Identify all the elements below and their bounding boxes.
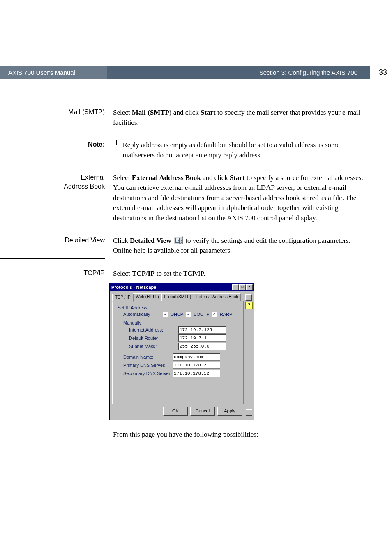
- maximize-button[interactable]: □: [239, 284, 246, 290]
- label-tcpip: TCP/IP: [0, 269, 113, 279]
- ok-button[interactable]: OK: [163, 407, 188, 416]
- label-note: Note:: [0, 140, 113, 160]
- label-subnet-mask: Subnet Mask:: [129, 344, 178, 349]
- text: Click: [113, 237, 130, 244]
- checkbox-dhcp[interactable]: ✓: [163, 312, 168, 317]
- followup-text: From this page you have the following po…: [113, 431, 363, 439]
- body-tcpip: Select TCP/IP to set the TCP/IP.: [113, 269, 363, 279]
- label-default-router: Default Router:: [129, 336, 178, 341]
- close-button[interactable]: ×: [246, 284, 253, 290]
- body-external: Select External Address Book and click S…: [113, 173, 363, 223]
- dialog-buttons: OK Cancel Apply: [112, 404, 244, 417]
- checkbox-rarp[interactable]: ✓: [212, 312, 217, 317]
- text-bold: Mail (SMTP): [132, 108, 172, 116]
- header-section-title: Section 3: Configuring the AXIS 700: [259, 69, 357, 76]
- row-external: External Address Book Select External Ad…: [0, 173, 363, 223]
- titlebar-buttons: _ □ ×: [232, 284, 253, 290]
- page-header: AXIS 700 User's Manual Section 3: Config…: [0, 66, 392, 79]
- cb-label-rarp: RARP: [220, 312, 233, 317]
- tab-external-address-book[interactable]: External Address Book: [194, 293, 241, 301]
- row-mail: Mail (SMTP) Select Mail (SMTP) and click…: [0, 108, 363, 128]
- label-domain-name: Domain Name:: [123, 355, 173, 359]
- help-button[interactable]: ?: [245, 302, 253, 309]
- input-primary-dns[interactable]: [173, 362, 220, 369]
- row-detailed-container: Detailed View Click Detailed View to ver…: [0, 236, 363, 259]
- text-bold: Start: [230, 174, 245, 182]
- label-detailed: Detailed View: [0, 236, 113, 256]
- row-domain-name: Domain Name:: [123, 353, 238, 361]
- text-bold: TCP/IP: [132, 269, 155, 277]
- text: Select: [113, 108, 132, 116]
- text-bold: Start: [201, 108, 216, 116]
- checkbox-bootp[interactable]: ✓: [186, 312, 191, 317]
- window-inner: TCP / IP Web (HTTP) E-mail (SMTP) Extern…: [110, 291, 254, 420]
- scroll-down-icon[interactable]: [246, 409, 252, 416]
- tab-panel-tcpip: Set IP Address: Automatically ✓ DHCP ✓ B…: [112, 301, 244, 404]
- page-number: 33: [374, 66, 392, 79]
- row-primary-dns: Primary DNS Server:: [123, 362, 238, 369]
- text: and click: [172, 108, 201, 116]
- body-mail: Select Mail (SMTP) and click Start to sp…: [113, 108, 363, 128]
- text: Select: [113, 174, 132, 182]
- tab-web-http[interactable]: Web (HTTP): [133, 293, 162, 301]
- note-text: Reply address is empty as default but sh…: [122, 140, 363, 160]
- manually-label: Manually: [118, 320, 238, 325]
- row-secondary-dns: Secondary DNS Server:: [123, 370, 238, 377]
- row-subnet-mask: Subnet Mask:: [118, 343, 238, 350]
- window-titlebar: Protocols - Netscape _ □ ×: [110, 283, 254, 291]
- window-title: Protocols - Netscape: [111, 285, 156, 290]
- input-secondary-dns[interactable]: [173, 370, 220, 377]
- content-area: Mail (SMTP) Select Mail (SMTP) and click…: [0, 79, 392, 439]
- text: and click: [201, 174, 230, 182]
- body-note: Reply address is empty as default but sh…: [113, 140, 363, 160]
- text: to set the TCP/IP.: [155, 269, 205, 277]
- text-bold: Detailed View: [130, 237, 171, 244]
- scroll-up-icon[interactable]: [245, 294, 252, 301]
- header-right: Section 3: Configuring the AXIS 700: [107, 66, 370, 79]
- input-domain-name[interactable]: [173, 353, 220, 361]
- body-detailed: Click Detailed View to verify the settin…: [113, 236, 363, 256]
- row-internet-address: Internet Address:: [118, 326, 238, 334]
- input-internet-address[interactable]: [178, 326, 226, 334]
- set-ip-label: Set IP Address:: [118, 305, 238, 310]
- window-side-scroll: ?: [244, 292, 254, 418]
- minimize-button[interactable]: _: [232, 284, 239, 290]
- cancel-button[interactable]: Cancel: [190, 407, 215, 416]
- detailed-view-icon: [174, 236, 183, 244]
- cb-label-bootp: BOOTP: [194, 312, 210, 317]
- label-external-line2: Address Book: [64, 183, 105, 190]
- label-internet-address: Internet Address:: [129, 327, 178, 332]
- protocols-screenshot: Protocols - Netscape _ □ × TCP / IP Web …: [0, 283, 363, 420]
- auto-row: Automatically ✓ DHCP ✓ BOOTP ✓ RARP: [118, 312, 238, 317]
- label-secondary-dns: Secondary DNS Server:: [123, 371, 173, 376]
- manual-page: AXIS 700 User's Manual Section 3: Config…: [0, 66, 392, 555]
- label-external: External Address Book: [0, 173, 113, 223]
- label-external-line1: External: [81, 174, 105, 181]
- protocols-window: Protocols - Netscape _ □ × TCP / IP Web …: [109, 283, 254, 420]
- tab-strip: TCP / IP Web (HTTP) E-mail (SMTP) Extern…: [112, 293, 244, 301]
- input-subnet-mask[interactable]: [178, 343, 226, 350]
- tab-tcpip[interactable]: TCP / IP: [112, 294, 134, 302]
- label-mail: Mail (SMTP): [0, 108, 113, 128]
- text-bold: External Address Book: [132, 174, 201, 182]
- input-default-router[interactable]: [178, 334, 226, 342]
- apply-button[interactable]: Apply: [217, 407, 242, 416]
- header-left-title: AXIS 700 User's Manual: [0, 66, 107, 79]
- tab-area: TCP / IP Web (HTTP) E-mail (SMTP) Extern…: [111, 292, 244, 418]
- divider-line: [0, 258, 105, 259]
- bullet-square-icon: [113, 140, 117, 145]
- row-note: Note: Reply address is empty as default …: [0, 140, 363, 160]
- label-primary-dns: Primary DNS Server:: [123, 363, 173, 368]
- tab-email-smtp[interactable]: E-mail (SMTP): [161, 293, 194, 301]
- auto-label: Automatically: [123, 312, 160, 317]
- row-default-router: Default Router:: [118, 334, 238, 342]
- cb-label-dhcp: DHCP: [171, 312, 183, 317]
- text: Select: [113, 269, 132, 277]
- row-tcpip: TCP/IP Select TCP/IP to set the TCP/IP.: [0, 269, 363, 279]
